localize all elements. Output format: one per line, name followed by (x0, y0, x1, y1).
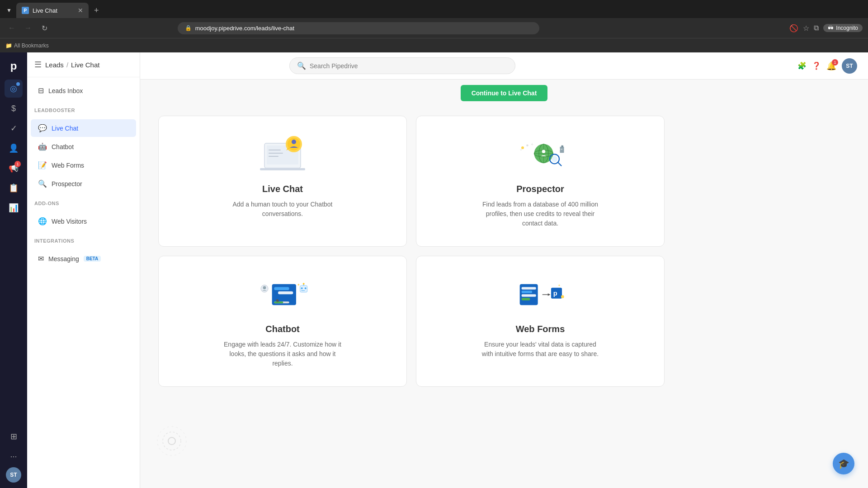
chatbot-card-desc: Engage with leads 24/7. Customize how it… (224, 340, 341, 368)
forward-button[interactable]: → (22, 22, 34, 34)
continue-to-live-chat-button[interactable]: Continue to Live Chat (461, 85, 548, 101)
user-avatar[interactable]: ST (6, 467, 21, 483)
svg-rect-25 (559, 149, 560, 150)
chatbot-nav-icon: 🤖 (38, 142, 47, 151)
prospector-card-title: Prospector (516, 184, 564, 194)
browser-chrome: ▼ P Live Chat ✕ + ← → ↻ 🔒 moodjoy.pipedr… (0, 0, 868, 52)
web-forms-nav-icon: 📝 (38, 161, 47, 169)
bookmarks-label: All Bookmarks (14, 42, 49, 49)
sidebar-icon-campaigns[interactable]: 📢 1 (5, 159, 23, 177)
help-fab-button[interactable]: 🎓 (833, 453, 854, 474)
sidebar-item-live-chat[interactable]: 💬 Live Chat (31, 119, 136, 137)
icon-sidebar: p ◎ $ ✓ 👤 📢 1 📋 📊 ⊞ ··· (0, 52, 27, 488)
top-bar-actions: 🧩 ❓ 🔔 1 ST (797, 58, 857, 74)
extensions-icon[interactable]: ⧉ (814, 24, 819, 32)
svg-point-28 (263, 286, 266, 289)
sidebar-icon-more[interactable]: ··· (5, 447, 23, 465)
active-dot (16, 82, 20, 86)
sidebar-item-prospector[interactable]: 🔍 Prospector (31, 175, 136, 192)
tab-title: Live Chat (33, 7, 74, 14)
top-search-bar[interactable]: 🔍 (289, 57, 515, 74)
web-forms-card-title: Web Forms (516, 324, 565, 334)
live-chat-card[interactable]: Live Chat Add a human touch to your Chat… (158, 116, 407, 247)
sidebar-icon-integrations[interactable]: ⊞ (5, 427, 23, 446)
reports-icon: 📊 (9, 203, 19, 213)
contacts-icon: 👤 (9, 143, 19, 153)
breadcrumb-parent: Leads (45, 61, 64, 69)
bookmark-icon[interactable]: ☆ (803, 24, 809, 33)
svg-point-8 (292, 140, 296, 144)
new-tab-button[interactable]: + (90, 4, 103, 17)
prospector-card[interactable]: + + (416, 116, 665, 247)
sidebar-icon-projects[interactable]: 📋 (5, 179, 23, 197)
live-chat-nav-icon: 💬 (38, 124, 47, 132)
incognito-badge: 🕶 Incognito (823, 24, 863, 32)
nav-section-integrations: ✉ Messaging BETA (27, 245, 140, 272)
sidebar-header: ☰ Leads / Live Chat (27, 52, 140, 77)
chatbot-card[interactable]: ✦ Chatbot Engage with leads 24/7. Custom… (158, 256, 407, 387)
notification-bell-icon[interactable]: 🔔 1 (826, 61, 836, 71)
icon-sidebar-bottom: ⊞ ··· ST (5, 427, 23, 483)
beta-badge: BETA (84, 256, 101, 262)
address-bar: ← → ↻ 🔒 moodjoy.pipedrive.com/leads/live… (0, 18, 868, 38)
help-icon[interactable]: ❓ (812, 61, 821, 70)
extensions-top-icon[interactable]: 🧩 (797, 61, 807, 70)
more-icon: ··· (10, 452, 17, 461)
url-bar[interactable]: 🔒 moodjoy.pipedrive.com/leads/live-chat (178, 22, 539, 34)
sidebar-item-chatbot[interactable]: 🤖 Chatbot (31, 138, 136, 155)
web-forms-card-icon: p ✦ (513, 274, 567, 315)
svg-text:✦: ✦ (558, 284, 561, 287)
svg-rect-45 (522, 294, 536, 296)
continue-banner: Continue to Live Chat (140, 80, 868, 107)
graduation-cap-icon: 🎓 (838, 458, 849, 469)
search-input[interactable] (310, 62, 508, 70)
refresh-button[interactable]: ↻ (38, 22, 51, 34)
sidebar-item-web-forms[interactable]: 📝 Web Forms (31, 156, 136, 174)
nav-sidebar: ☰ Leads / Live Chat ⊟ Leads Inbox LEADBO… (27, 52, 140, 488)
breadcrumb: Leads / Live Chat (45, 61, 99, 69)
sidebar-icon-reports[interactable]: 📊 (5, 199, 23, 217)
sidebar-icon-activities[interactable]: ✓ (5, 119, 23, 137)
campaigns-badge: 1 (14, 161, 21, 167)
inbox-icon: ⊟ (38, 86, 44, 95)
sidebar-icon-deals[interactable]: $ (5, 99, 23, 117)
top-user-avatar[interactable]: ST (842, 58, 857, 74)
leads-icon: ◎ (10, 84, 17, 94)
spinner-decoration (154, 423, 190, 461)
live-chat-card-title: Live Chat (262, 184, 303, 194)
tab-switcher[interactable]: ▼ (4, 5, 14, 15)
sidebar-icon-leads[interactable]: ◎ (5, 80, 23, 98)
section-addons-label: ADD-ONS (27, 197, 140, 208)
app-logo[interactable]: p (5, 58, 22, 74)
sidebar-item-leads-inbox[interactable]: ⊟ Leads Inbox (31, 82, 136, 99)
svg-point-21 (552, 156, 558, 162)
svg-text:+: + (520, 148, 522, 152)
svg-point-36 (305, 287, 307, 289)
chatbot-card-title: Chatbot (265, 324, 300, 334)
bookmarks-bar: 📁 All Bookmarks (0, 38, 868, 52)
prospector-nav-icon: 🔍 (38, 179, 47, 188)
search-icon: 🔍 (297, 61, 306, 70)
sidebar-item-web-visitors[interactable]: 🌐 Web Visitors (31, 212, 136, 230)
sidebar-item-prospector-label: Prospector (52, 180, 82, 188)
sidebar-item-chatbot-label: Chatbot (52, 143, 74, 150)
messaging-nav-icon: ✉ (38, 254, 44, 263)
tab-close-button[interactable]: ✕ (78, 7, 83, 14)
section-integrations-label: INTEGRATIONS (27, 235, 140, 245)
bookmarks-folder-icon: 📁 (5, 42, 12, 49)
menu-toggle-icon[interactable]: ☰ (34, 60, 42, 70)
active-tab[interactable]: P Live Chat ✕ (16, 3, 89, 18)
back-button[interactable]: ← (5, 22, 18, 34)
web-visitors-nav-icon: 🌐 (38, 217, 47, 225)
svg-rect-46 (522, 298, 530, 300)
web-forms-card[interactable]: p ✦ Web Forms Ensure your leads' vital d… (416, 256, 665, 387)
sidebar-item-web-forms-label: Web Forms (52, 162, 84, 169)
svg-rect-30 (274, 287, 289, 290)
lock-icon: 🔒 (185, 25, 192, 31)
nav-section-leadbooster: 💬 Live Chat 🤖 Chatbot 📝 Web Forms 🔍 Pros… (27, 115, 140, 197)
svg-point-53 (168, 437, 175, 445)
prospector-card-icon: + + (513, 134, 567, 175)
sidebar-item-messaging[interactable]: ✉ Messaging BETA (31, 250, 136, 267)
svg-point-19 (542, 150, 546, 154)
sidebar-icon-contacts[interactable]: 👤 (5, 139, 23, 157)
